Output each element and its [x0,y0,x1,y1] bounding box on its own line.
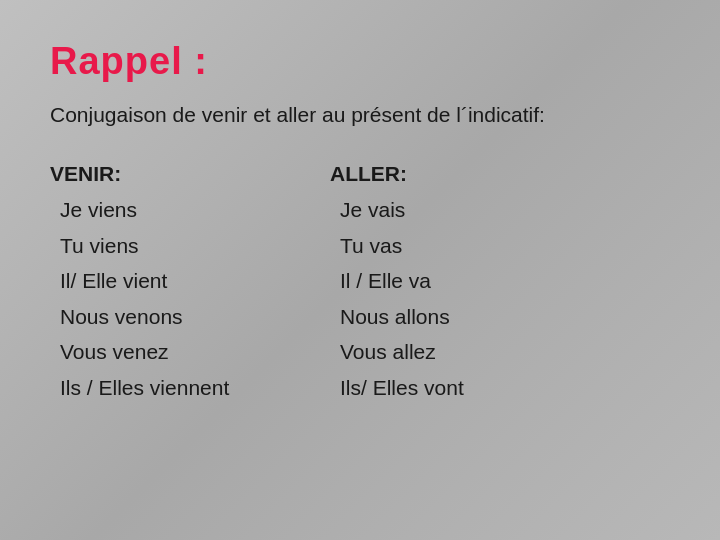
aller-form-4: Nous allons [330,301,550,333]
conjugation-container: VENIR: Je viens Tu viens Il/ Elle vient … [50,162,670,403]
aller-form-6: Ils/ Elles vont [330,372,550,404]
slide-subtitle: Conjugaison de venir et aller au présent… [50,103,670,127]
venir-header: VENIR: [50,162,270,186]
aller-header: ALLER: [330,162,550,186]
venir-column: VENIR: Je viens Tu viens Il/ Elle vient … [50,162,270,403]
aller-column: ALLER: Je vais Tu vas Il / Elle va Nous … [330,162,550,403]
aller-form-5: Vous allez [330,336,550,368]
venir-form-4: Nous venons [50,301,270,333]
aller-form-2: Tu vas [330,230,550,262]
venir-form-6: Ils / Elles viennent [50,372,270,404]
venir-form-5: Vous venez [50,336,270,368]
slide-title: Rappel : [50,40,670,83]
slide: Rappel : Conjugaison de venir et aller a… [0,0,720,540]
aller-form-1: Je vais [330,194,550,226]
venir-form-2: Tu viens [50,230,270,262]
venir-form-3: Il/ Elle vient [50,265,270,297]
aller-form-3: Il / Elle va [330,265,550,297]
venir-form-1: Je viens [50,194,270,226]
